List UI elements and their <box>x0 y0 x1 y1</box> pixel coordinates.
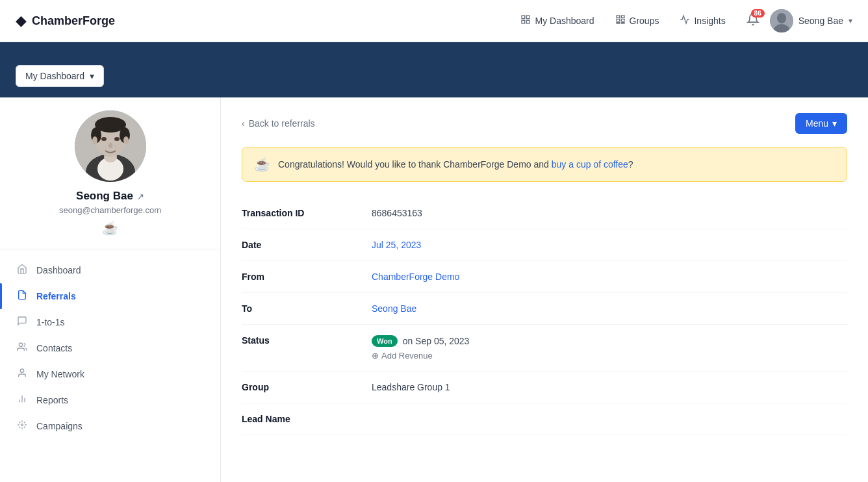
user-name: Seong Bae <box>798 16 843 26</box>
menu-button-label: Menu <box>806 118 828 129</box>
notifications-button[interactable]: 86 <box>747 13 760 29</box>
coffee-congrats-icon: ☕ <box>254 157 270 172</box>
group-row: Group Leadshare Group 1 <box>242 372 847 403</box>
add-revenue-label: Add Revenue <box>381 351 433 361</box>
svg-rect-9 <box>621 23 624 23</box>
contacts-icon <box>16 342 29 355</box>
svg-rect-0 <box>522 16 525 19</box>
topnav: ◆ ChamberForge My Dashboard Groups Insig… <box>0 0 868 42</box>
1to1-icon <box>16 316 29 329</box>
transaction-id-row: Transaction ID 8686453163 <box>242 197 847 229</box>
external-link-icon[interactable]: ↗ <box>137 192 144 201</box>
from-row: From ChamberForge Demo <box>242 261 847 293</box>
profile-email: seong@chamberforge.com <box>59 205 161 215</box>
sidebar-campaigns-label: Campaigns <box>36 421 83 431</box>
svg-rect-8 <box>617 23 620 23</box>
status-badge: Won <box>372 335 398 347</box>
sidebar: Seong Bae ↗ seong@chamberforge.com ☕ Das… <box>0 97 221 482</box>
sidebar-item-campaigns[interactable]: Campaigns <box>0 413 220 439</box>
sidebar-item-dashboard[interactable]: Dashboard <box>0 257 220 283</box>
profile-name: Seong Bae <box>76 190 133 203</box>
back-chevron-icon: ‹ <box>242 118 245 129</box>
svg-rect-6 <box>617 19 620 21</box>
sidebar-my-network-label: My Network <box>36 369 84 379</box>
sidebar-item-my-network[interactable]: My Network <box>0 361 220 387</box>
date-row: Date Jul 25, 2023 <box>242 229 847 261</box>
lead-name-row: Lead Name <box>242 403 847 435</box>
profile-section: Seong Bae ↗ seong@chamberforge.com ☕ <box>0 110 220 249</box>
dashboard-icon <box>16 264 29 277</box>
congrats-text: Congratulations! Would you like to thank… <box>278 159 633 170</box>
dashboard-dropdown-label: My Dashboard <box>25 71 84 81</box>
detail-table: Transaction ID 8686453163 Date Jul 25, 2… <box>242 197 847 435</box>
svg-point-24 <box>92 136 97 144</box>
svg-rect-5 <box>621 16 624 18</box>
menu-button-chevron-icon: ▾ <box>832 118 837 129</box>
groups-nav-icon <box>615 14 626 27</box>
coffee-icon: ☕ <box>102 220 118 236</box>
svg-point-26 <box>19 343 22 346</box>
dashboard-nav-icon <box>520 14 531 27</box>
nav-link-insights[interactable]: Insights <box>680 14 725 27</box>
nav-links: My Dashboard Groups Insights <box>520 14 725 27</box>
transaction-id-label: Transaction ID <box>242 208 372 218</box>
sidebar-item-contacts[interactable]: Contacts <box>0 335 220 361</box>
campaigns-icon <box>16 420 29 433</box>
nav-link-dashboard[interactable]: My Dashboard <box>520 14 594 27</box>
from-value[interactable]: ChamberForge Demo <box>372 272 847 282</box>
nav-insights-label: Insights <box>694 16 725 26</box>
nav-link-groups[interactable]: Groups <box>615 14 659 27</box>
referrals-icon <box>16 290 29 303</box>
transaction-id-value: 8686453163 <box>372 208 847 218</box>
back-to-referrals-link[interactable]: ‹ Back to referrals <box>242 118 315 129</box>
sidebar-referrals-label: Referrals <box>36 291 76 301</box>
date-value: Jul 25, 2023 <box>372 240 847 250</box>
sidebar-item-referrals[interactable]: Referrals <box>0 283 220 309</box>
profile-name-row: Seong Bae ↗ <box>76 190 144 203</box>
svg-rect-7 <box>621 19 624 21</box>
dashboard-dropdown-chevron-icon: ▾ <box>90 71 94 81</box>
group-label: Group <box>242 382 372 392</box>
reports-icon <box>16 394 29 407</box>
avatar <box>770 9 793 32</box>
sidebar-dashboard-label: Dashboard <box>36 265 81 275</box>
sidebar-item-reports[interactable]: Reports <box>0 387 220 413</box>
content-area: ‹ Back to referrals Menu ▾ ☕ Congratulat… <box>221 97 868 482</box>
logo-area: ◆ ChamberForge <box>16 12 520 29</box>
buy-coffee-link[interactable]: buy a cup of coffee <box>552 159 628 170</box>
dashboard-dropdown[interactable]: My Dashboard ▾ <box>16 65 104 87</box>
profile-avatar <box>75 110 146 182</box>
sidebar-item-1to1[interactable]: 1-to-1s <box>0 309 220 335</box>
svg-rect-4 <box>617 16 620 18</box>
sidebar-reports-label: Reports <box>36 395 68 405</box>
svg-rect-1 <box>527 16 530 19</box>
insights-nav-icon <box>680 14 690 27</box>
main-layout: Seong Bae ↗ seong@chamberforge.com ☕ Das… <box>0 97 868 482</box>
banner: My Dashboard ▾ <box>0 42 868 97</box>
status-row: Status Won on Sep 05, 2023 ⊕ Add Revenue <box>242 325 847 372</box>
congrats-banner: ☕ Congratulations! Would you like to tha… <box>242 147 847 182</box>
nav-groups-label: Groups <box>630 16 659 26</box>
nav-dashboard-label: My Dashboard <box>535 16 594 26</box>
svg-rect-2 <box>522 20 525 23</box>
user-menu[interactable]: Seong Bae ▾ <box>770 9 852 32</box>
group-value: Leadshare Group 1 <box>372 382 847 392</box>
to-value[interactable]: Seong Bae <box>372 303 847 314</box>
menu-button[interactable]: Menu ▾ <box>795 113 847 134</box>
logo-icon: ◆ <box>16 12 27 29</box>
back-link-label: Back to referrals <box>249 118 315 129</box>
sidebar-contacts-label: Contacts <box>36 343 72 353</box>
svg-point-23 <box>108 143 112 148</box>
status-date: on Sep 05, 2023 <box>403 336 470 346</box>
status-label: Status <box>242 335 372 346</box>
add-revenue-button[interactable]: ⊕ Add Revenue <box>372 351 847 361</box>
sidebar-nav: Dashboard Referrals 1-to-1s Contacts <box>0 249 220 447</box>
to-row: To Seong Bae <box>242 293 847 325</box>
svg-rect-3 <box>527 20 530 23</box>
svg-point-31 <box>21 424 23 426</box>
add-revenue-plus-icon: ⊕ <box>372 351 379 361</box>
sidebar-1to1-label: 1-to-1s <box>36 317 65 327</box>
svg-point-11 <box>777 13 786 23</box>
notifications-badge: 86 <box>751 9 765 18</box>
congrats-message: Congratulations! Would you like to thank… <box>278 159 549 170</box>
